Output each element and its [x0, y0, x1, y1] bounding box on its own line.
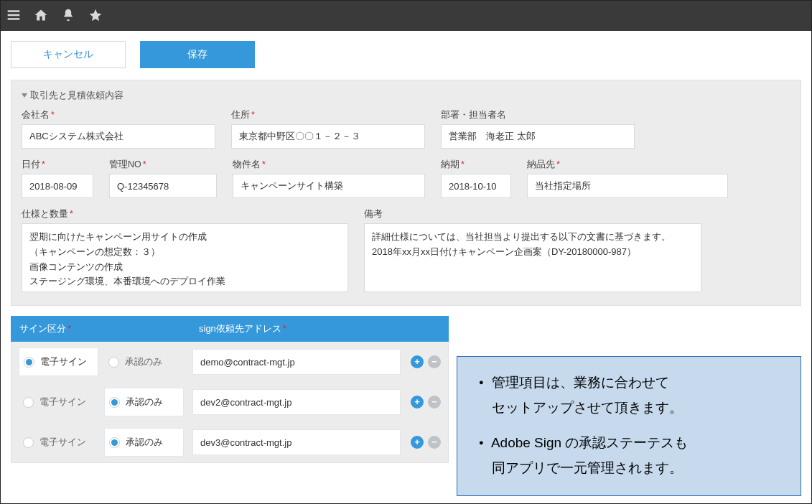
radio-dot-icon: [109, 437, 120, 448]
radio-dot-icon: [108, 357, 119, 368]
spec-label: 仕様と数量*: [22, 208, 348, 220]
mgmt-no-label: 管理NO*: [109, 159, 217, 171]
contact-label: 部署・担当者名: [441, 109, 635, 121]
date-input[interactable]: [22, 174, 93, 198]
radio-label: 電子サイン: [39, 436, 86, 449]
cancel-button[interactable]: キャンセル: [11, 41, 126, 68]
radio-approve-only[interactable]: 承認のみ: [104, 388, 184, 416]
sign-row: 電子サイン承認のみ+−: [11, 422, 448, 462]
address-input[interactable]: [231, 124, 425, 149]
sign-address-input[interactable]: [192, 429, 401, 455]
remove-row-icon[interactable]: −: [428, 436, 441, 449]
date-label: 日付*: [22, 159, 93, 171]
spec-textarea[interactable]: 翌期に向けたキャンペーン用サイトの作成 （キャンペーンの想定数：３） 画像コンテ…: [22, 223, 348, 292]
radio-dot-icon: [109, 397, 120, 408]
radio-dot-icon: [23, 397, 34, 408]
menu-icon[interactable]: [6, 8, 21, 24]
callout-item-1: 管理項目は、業務に合わせて セットアップさせて頂きます。: [479, 370, 785, 420]
shipto-input[interactable]: [527, 174, 728, 198]
subject-input[interactable]: [233, 174, 425, 198]
row-action-icons: +−: [411, 355, 441, 368]
remove-row-icon[interactable]: −: [428, 355, 441, 368]
add-row-icon[interactable]: +: [411, 396, 424, 409]
section-header[interactable]: 取引先と見積依頼内容: [22, 89, 790, 102]
company-input[interactable]: [22, 124, 215, 149]
radio-label: 承認のみ: [125, 355, 162, 368]
radio-label: 電子サイン: [40, 355, 87, 368]
sign-type-header: サイン区分: [19, 323, 66, 334]
radio-approve-only[interactable]: 承認のみ: [104, 348, 184, 375]
address-label: 住所*: [231, 109, 425, 121]
app-top-bar: [1, 1, 811, 31]
svg-rect-0: [8, 10, 20, 12]
mgmt-no-input[interactable]: [109, 174, 217, 198]
quote-request-panel: 取引先と見積依頼内容 会社名* 住所* 部署・担当者名: [11, 80, 801, 306]
radio-dot-icon: [23, 437, 34, 448]
callout-item-2: Adobe Sign の承認ステーテスも 同アプリで一元管理されます。: [479, 430, 785, 480]
due-label: 納期*: [441, 159, 511, 171]
row-action-icons: +−: [411, 436, 441, 449]
sign-row: 電子サイン承認のみ+−: [11, 382, 448, 422]
notes-textarea[interactable]: 詳細仕様については、当社担当より提出する以下の文書に基づきます。 2018年xx…: [364, 223, 701, 292]
home-icon[interactable]: [34, 8, 48, 24]
sign-address-input[interactable]: [192, 389, 401, 415]
radio-esign[interactable]: 電子サイン: [19, 388, 98, 416]
company-label: 会社名*: [22, 109, 215, 121]
add-row-icon[interactable]: +: [411, 355, 424, 368]
sign-table-header: サイン区分* sign依頼先アドレス*: [11, 316, 449, 342]
radio-esign[interactable]: 電子サイン: [19, 347, 98, 376]
svg-rect-1: [8, 14, 20, 16]
sign-table: サイン区分* sign依頼先アドレス* 電子サイン承認のみ+−電子サイン承認のみ…: [11, 316, 449, 463]
info-callout: 管理項目は、業務に合わせて セットアップさせて頂きます。 Adobe Sign …: [457, 356, 801, 496]
row-action-icons: +−: [411, 396, 441, 409]
sign-address-header: sign依頼先アドレス: [199, 323, 281, 334]
svg-rect-2: [8, 18, 20, 19]
remove-row-icon[interactable]: −: [428, 396, 441, 409]
section-title-text: 取引先と見積依頼内容: [30, 89, 123, 102]
radio-dot-icon: [24, 357, 34, 368]
add-row-icon[interactable]: +: [411, 436, 424, 449]
bell-icon[interactable]: [61, 8, 75, 24]
sign-address-input[interactable]: [192, 349, 401, 375]
radio-label: 承認のみ: [126, 436, 163, 449]
due-input[interactable]: [441, 174, 511, 198]
radio-label: 電子サイン: [39, 396, 86, 409]
radio-label: 承認のみ: [126, 396, 163, 409]
chevron-down-icon: [22, 93, 27, 98]
sign-row: 電子サイン承認のみ+−: [11, 342, 448, 382]
radio-approve-only[interactable]: 承認のみ: [104, 428, 184, 457]
star-icon[interactable]: [88, 8, 103, 24]
shipto-label: 納品先*: [527, 159, 728, 171]
radio-esign[interactable]: 電子サイン: [19, 429, 98, 456]
subject-label: 物件名*: [233, 159, 425, 171]
notes-label: 備考: [364, 208, 701, 220]
save-button[interactable]: 保存: [140, 41, 255, 68]
action-button-row: キャンセル 保存: [1, 31, 811, 70]
contact-input[interactable]: [441, 124, 635, 149]
